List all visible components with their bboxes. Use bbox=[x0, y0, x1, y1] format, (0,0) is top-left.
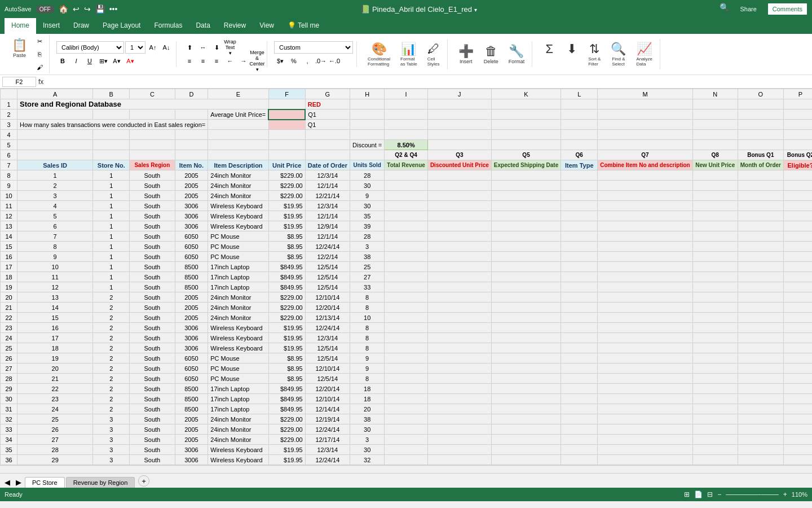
cell-f5[interactable] bbox=[268, 140, 305, 150]
cell-n5[interactable] bbox=[692, 140, 738, 150]
cell-g4[interactable] bbox=[305, 130, 350, 140]
row-header-3[interactable]: 3 bbox=[1, 120, 17, 130]
cell-k3[interactable] bbox=[491, 120, 561, 130]
underline-button[interactable]: U bbox=[83, 55, 96, 67]
currency-button[interactable]: $▾ bbox=[274, 55, 286, 67]
cell-a4[interactable] bbox=[17, 130, 93, 140]
cell-c6[interactable] bbox=[130, 150, 175, 160]
row-header-7[interactable]: 7 bbox=[1, 160, 17, 170]
header-combine-item[interactable]: Combine Item No and description bbox=[598, 160, 692, 170]
cell-p6[interactable]: Bonus Q2 bbox=[783, 150, 812, 160]
cell-h5[interactable]: Discount = bbox=[350, 140, 385, 150]
comma-button[interactable]: , bbox=[301, 55, 314, 67]
increase-font-button[interactable]: A↑ bbox=[147, 41, 159, 54]
font-name-select[interactable]: Calibri (Body) bbox=[56, 41, 124, 54]
cell-l4[interactable] bbox=[561, 130, 598, 140]
share-button[interactable]: Share bbox=[735, 3, 761, 15]
header-unit-price[interactable]: Unit Price bbox=[268, 160, 305, 170]
cell-d2[interactable] bbox=[175, 110, 208, 120]
home-icon[interactable]: 🏠 bbox=[59, 5, 68, 14]
align-bottom-button[interactable]: ⬇ bbox=[210, 41, 223, 54]
cell-i3[interactable] bbox=[385, 120, 428, 130]
header-item-no[interactable]: Item No. bbox=[175, 160, 208, 170]
dropdown-arrow-icon[interactable]: ▾ bbox=[474, 7, 477, 13]
cell-o5[interactable] bbox=[738, 140, 783, 150]
sort-filter-button[interactable]: ⇅ Sort &Filter bbox=[584, 39, 604, 69]
zoom-bar[interactable]: ──────────── bbox=[726, 491, 779, 498]
undo-icon[interactable]: ↩ bbox=[73, 5, 80, 14]
cell-a6[interactable] bbox=[17, 150, 93, 160]
merge-center-button[interactable]: Merge & Center ▾ bbox=[251, 55, 263, 67]
increase-decimal-button[interactable]: .0→ bbox=[315, 55, 327, 67]
cell-j2[interactable] bbox=[427, 110, 491, 120]
col-f[interactable]: F bbox=[268, 89, 305, 99]
cell-a2[interactable] bbox=[17, 110, 93, 120]
cell-n3[interactable] bbox=[692, 120, 738, 130]
find-select-button[interactable]: 🔍 Find &Select bbox=[607, 39, 630, 69]
cell-j5[interactable] bbox=[427, 140, 491, 150]
header-new-unit-price[interactable]: New Unit Price bbox=[692, 160, 738, 170]
col-o[interactable]: O bbox=[738, 89, 783, 99]
delete-button[interactable]: 🗑 Delete bbox=[480, 41, 502, 67]
row-header-6[interactable]: 6 bbox=[1, 150, 17, 160]
col-e[interactable]: E bbox=[208, 89, 268, 99]
cell-g1[interactable]: RED bbox=[305, 99, 350, 110]
cell-p1[interactable] bbox=[783, 99, 812, 110]
cell-l6[interactable]: Q6 bbox=[561, 150, 598, 160]
row-header-1[interactable]: 1 bbox=[1, 99, 17, 110]
align-middle-button[interactable]: ↔ bbox=[197, 41, 209, 54]
cell-b5[interactable] bbox=[93, 140, 130, 150]
header-item-type[interactable]: Item Type bbox=[561, 160, 598, 170]
indent-decrease-button[interactable]: ← bbox=[224, 55, 236, 67]
cell-a3[interactable]: How many sales transactions were conduct… bbox=[17, 120, 208, 130]
wrap-text-button[interactable]: Wrap Text ▾ bbox=[224, 41, 236, 54]
cell-g5[interactable] bbox=[305, 140, 350, 150]
cell-f3[interactable] bbox=[268, 120, 305, 130]
cell-l2[interactable] bbox=[561, 110, 598, 120]
add-sheet-button[interactable]: + bbox=[138, 475, 149, 487]
cell-i5[interactable]: 8.50% bbox=[385, 140, 428, 150]
fill-button[interactable]: ⬇ bbox=[562, 39, 582, 69]
cell-b2[interactable] bbox=[93, 110, 130, 120]
search-icon[interactable]: 🔍 bbox=[720, 3, 729, 15]
cell-n4[interactable] bbox=[692, 130, 738, 140]
cell-p5[interactable] bbox=[783, 140, 812, 150]
page-layout-icon[interactable]: 📄 bbox=[694, 491, 703, 498]
decrease-font-button[interactable]: A↓ bbox=[160, 41, 173, 54]
indent-increase-button[interactable]: → bbox=[237, 55, 250, 67]
page-break-icon[interactable]: ⊟ bbox=[707, 491, 713, 498]
header-store-no[interactable]: Store No. bbox=[93, 160, 130, 170]
cell-k2[interactable] bbox=[491, 110, 561, 120]
cell-p4[interactable] bbox=[783, 130, 812, 140]
sum-button[interactable]: Σ bbox=[539, 39, 559, 69]
col-c[interactable]: C bbox=[130, 89, 175, 99]
conditional-formatting-button[interactable]: 🎨 ConditionalFormatting bbox=[364, 39, 394, 69]
cell-p2[interactable] bbox=[783, 110, 812, 120]
cell-o4[interactable] bbox=[738, 130, 783, 140]
cell-styles-button[interactable]: 🖊 CellStyles bbox=[423, 39, 444, 69]
cell-j3[interactable] bbox=[427, 120, 491, 130]
cell-c4[interactable] bbox=[130, 130, 175, 140]
cell-o2[interactable] bbox=[738, 110, 783, 120]
cell-b6[interactable] bbox=[93, 150, 130, 160]
col-h[interactable]: H bbox=[350, 89, 385, 99]
header-discounted-unit-price[interactable]: Discounted Unit Price bbox=[427, 160, 491, 170]
cell-reference-input[interactable] bbox=[2, 77, 36, 87]
cell-p3[interactable] bbox=[783, 120, 812, 130]
align-top-button[interactable]: ⬆ bbox=[183, 41, 196, 54]
insert-button[interactable]: ➕ Insert bbox=[454, 41, 478, 67]
cell-l5[interactable] bbox=[561, 140, 598, 150]
col-b[interactable]: B bbox=[93, 89, 130, 99]
header-total-revenue[interactable]: Total Revenue bbox=[385, 160, 428, 170]
cell-i1[interactable] bbox=[385, 99, 428, 110]
cell-k1[interactable] bbox=[491, 99, 561, 110]
cell-e3[interactable] bbox=[208, 120, 268, 130]
sheet-tab-revenue[interactable]: Revenue by Region bbox=[66, 477, 135, 488]
cell-n2[interactable] bbox=[692, 110, 738, 120]
col-m[interactable]: M bbox=[598, 89, 692, 99]
cell-g2[interactable]: Q1 bbox=[305, 110, 350, 120]
cell-g3[interactable]: Q1 bbox=[305, 120, 350, 130]
cell-l1[interactable] bbox=[561, 99, 598, 110]
cell-f4[interactable] bbox=[268, 130, 305, 140]
cell-j6[interactable]: Q3 bbox=[427, 150, 491, 160]
